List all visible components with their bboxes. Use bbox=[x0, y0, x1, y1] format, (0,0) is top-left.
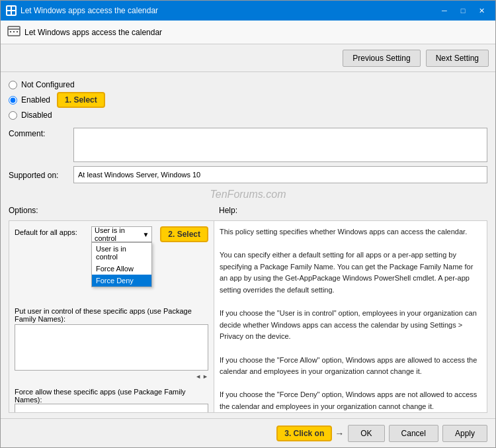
header-label: Let Windows apps access the calendar bbox=[24, 28, 162, 37]
nav-bar: Previous Setting Next Setting bbox=[1, 44, 495, 72]
help-panel: This policy setting specifies whether Wi… bbox=[214, 221, 487, 412]
radio-group: Not Configured Enabled 1. Select Disable… bbox=[9, 77, 487, 122]
enabled-row: Enabled 1. Select bbox=[9, 92, 487, 108]
apply-button[interactable]: Apply bbox=[442, 425, 487, 442]
main-window: Let Windows apps access the calendar ─ □… bbox=[0, 0, 496, 448]
title-bar-left: Let Windows apps access the calendar bbox=[6, 5, 158, 16]
dropdown-selected-value: User is in control bbox=[95, 226, 142, 242]
dropdown-select[interactable]: User is in control ▼ bbox=[91, 226, 152, 242]
window-title: Let Windows apps access the calendar bbox=[21, 6, 158, 15]
scroll-left-icon[interactable]: ◄ bbox=[195, 373, 201, 380]
svg-rect-1 bbox=[12, 7, 15, 10]
dropdown-option-force-deny[interactable]: Force Deny bbox=[92, 275, 151, 287]
supported-label: Supported on: bbox=[9, 169, 68, 180]
disabled-label: Disabled bbox=[21, 111, 52, 120]
title-controls: ─ □ ✕ bbox=[436, 4, 490, 17]
svg-rect-3 bbox=[12, 11, 15, 15]
dropdown-option-force-allow[interactable]: Force Allow bbox=[92, 263, 151, 275]
svg-rect-6 bbox=[10, 31, 11, 32]
title-bar: Let Windows apps access the calendar ─ □… bbox=[1, 1, 495, 21]
close-button[interactable]: ✕ bbox=[473, 4, 490, 17]
scroll-right-icon[interactable]: ► bbox=[202, 373, 208, 380]
force-allow-label: Force allow these specific apps (use Pac… bbox=[15, 388, 208, 404]
help-section-title: Help: bbox=[214, 206, 487, 216]
svg-rect-0 bbox=[7, 7, 11, 10]
comment-label: Comment: bbox=[9, 128, 68, 138]
disabled-row: Disabled bbox=[9, 111, 487, 120]
put-user-scroll: ◄ ► bbox=[15, 373, 208, 380]
dropdown-popup: User is in control Force Allow Force Den… bbox=[91, 242, 152, 287]
comment-textarea[interactable] bbox=[73, 128, 487, 162]
step3-badge: 3. Click on bbox=[276, 426, 332, 441]
put-user-textarea[interactable] bbox=[15, 324, 208, 371]
comment-row: Comment: bbox=[9, 128, 487, 162]
svg-rect-8 bbox=[17, 31, 18, 32]
disabled-radio[interactable] bbox=[9, 111, 17, 120]
not-configured-radio[interactable] bbox=[9, 81, 17, 89]
default-apps-row: Default for all apps: User is in control… bbox=[15, 226, 208, 242]
not-configured-label: Not Configured bbox=[21, 80, 75, 89]
watermark: TenForums.com bbox=[9, 187, 487, 202]
dropdown-chevron-icon: ▼ bbox=[142, 231, 149, 238]
not-configured-row: Not Configured bbox=[9, 80, 487, 89]
previous-setting-button[interactable]: Previous Setting bbox=[343, 50, 420, 67]
supported-row: Supported on: At least Windows Server, W… bbox=[9, 166, 487, 183]
options-panel: Default for all apps: User is in control… bbox=[9, 221, 214, 412]
next-setting-button[interactable]: Next Setting bbox=[426, 50, 489, 67]
enabled-radio[interactable] bbox=[9, 96, 17, 105]
footer-bar: 3. Click on → OK Cancel Apply bbox=[1, 418, 495, 447]
window-icon bbox=[6, 5, 17, 16]
supported-value: At least Windows Server, Windows 10 bbox=[73, 166, 487, 183]
header-bar: Let Windows apps access the calendar bbox=[1, 21, 495, 44]
arrow-right-icon: → bbox=[335, 428, 344, 439]
minimize-button[interactable]: ─ bbox=[436, 4, 453, 17]
put-user-section: Put user in control of these specific ap… bbox=[15, 307, 208, 380]
put-user-label: Put user in control of these specific ap… bbox=[15, 307, 208, 323]
cancel-button[interactable]: Cancel bbox=[389, 425, 438, 442]
dropdown-option-user-control[interactable]: User is in control bbox=[92, 243, 151, 263]
force-allow-textarea[interactable] bbox=[15, 404, 208, 412]
svg-rect-7 bbox=[13, 31, 15, 32]
options-section-title: Options: bbox=[9, 206, 214, 216]
header-icon bbox=[7, 24, 21, 40]
enabled-label: Enabled bbox=[21, 95, 50, 105]
force-allow-section: Force allow these specific apps (use Pac… bbox=[15, 385, 208, 412]
step3-wrapper: 3. Click on → bbox=[276, 426, 344, 441]
section-headers: Options: Help: bbox=[9, 206, 487, 216]
content-area: Not Configured Enabled 1. Select Disable… bbox=[1, 72, 495, 418]
help-text: This policy setting specifies whether Wi… bbox=[220, 226, 481, 412]
step2-badge: 2. Select bbox=[160, 226, 208, 242]
svg-rect-2 bbox=[7, 11, 11, 15]
ok-button[interactable]: OK bbox=[348, 425, 384, 442]
options-help-section: Default for all apps: User is in control… bbox=[9, 220, 487, 413]
default-apps-label: Default for all apps: bbox=[15, 226, 87, 236]
step1-badge: 1. Select bbox=[57, 92, 105, 108]
maximize-button[interactable]: □ bbox=[454, 4, 472, 17]
dropdown-container: User is in control ▼ User is in control … bbox=[91, 226, 152, 242]
